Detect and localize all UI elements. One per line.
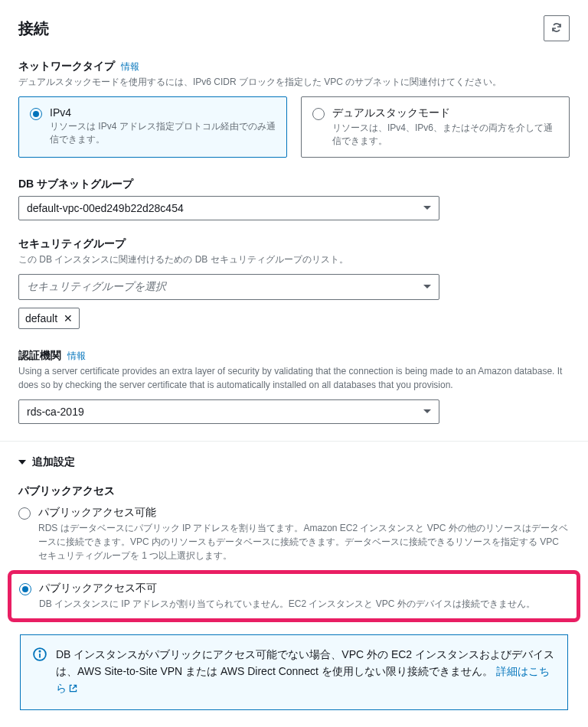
security-group-label: セキュリティグループ xyxy=(18,237,126,251)
option-desc: リソースは、IPv4、IPv6、またはその両方を介して通信できます。 xyxy=(332,122,558,148)
radio-icon xyxy=(312,108,325,120)
network-type-option-ipv4[interactable]: IPv4 リソースは IPv4 アドレス指定プロトコル経由でのみ通信できます。 xyxy=(18,96,287,158)
chevron-down-icon xyxy=(423,285,431,289)
additional-settings-toggle[interactable]: 追加設定 xyxy=(18,455,570,469)
option-desc: リソースは IPv4 アドレス指定プロトコル経由でのみ通信できます。 xyxy=(50,120,276,146)
option-title: パブリックアクセス不可 xyxy=(39,582,569,595)
public-access-label: パブリックアクセス xyxy=(18,484,115,498)
page-title: 接続 xyxy=(18,18,49,39)
highlighted-option: パブリックアクセス不可 DB インスタンスに IP アドレスが割り当てられていま… xyxy=(8,570,580,622)
public-access-option-yes[interactable]: パブリックアクセス可能 RDS はデータベースにパブリック IP アドレスを割り… xyxy=(18,503,570,570)
chevron-down-icon xyxy=(18,460,26,465)
additional-settings-title: 追加設定 xyxy=(32,455,75,469)
network-type-label: ネットワークタイプ xyxy=(18,60,115,73)
security-group-placeholder: セキュリティグループを選択 xyxy=(27,280,166,294)
external-link-icon xyxy=(68,681,78,698)
ca-info-link[interactable]: 情報 xyxy=(67,350,86,363)
alert-text: DB インスタンスがパブリックにアクセス可能でない場合、VPC 外の EC2 イ… xyxy=(56,648,554,677)
chevron-down-icon xyxy=(423,409,431,413)
section-divider xyxy=(0,441,588,442)
svg-point-2 xyxy=(39,650,40,651)
chevron-down-icon xyxy=(423,206,431,210)
close-icon[interactable]: ✕ xyxy=(64,313,73,324)
subnet-group-label: DB サブネットグループ xyxy=(18,178,133,191)
option-title: パブリックアクセス可能 xyxy=(38,506,570,520)
radio-icon xyxy=(19,583,31,595)
ca-help: Using a server certificate provides an e… xyxy=(18,364,570,392)
public-access-info-alert: DB インスタンスがパブリックにアクセス可能でない場合、VPC 外の EC2 イ… xyxy=(20,634,568,710)
subnet-group-value: default-vpc-00ed249b22d28c454 xyxy=(27,202,184,214)
ca-select[interactable]: rds-ca-2019 xyxy=(18,399,439,424)
refresh-button[interactable] xyxy=(544,15,570,41)
info-icon xyxy=(33,647,47,661)
option-title: IPv4 xyxy=(50,106,276,119)
option-desc: RDS はデータベースにパブリック IP アドレスを割り当てます。Amazon … xyxy=(38,521,570,562)
refresh-icon xyxy=(550,21,563,36)
subnet-group-select[interactable]: default-vpc-00ed249b22d28c454 xyxy=(18,196,439,220)
network-type-option-dualstack[interactable]: デュアルスタックモード リソースは、IPv4、IPv6、またはその両方を介して通… xyxy=(301,96,570,158)
security-group-select[interactable]: セキュリティグループを選択 xyxy=(18,274,439,300)
security-group-chip-default[interactable]: default ✕ xyxy=(18,308,80,329)
option-desc: DB インスタンスに IP アドレスが割り当てられていません。EC2 インスタン… xyxy=(39,597,569,611)
chip-label: default xyxy=(25,312,57,324)
network-type-info-link[interactable]: 情報 xyxy=(121,60,139,73)
radio-icon xyxy=(18,507,31,520)
security-group-help: この DB インスタンスに関連付けるための DB セキュリティグループのリスト。 xyxy=(18,253,570,266)
public-access-option-no[interactable]: パブリックアクセス不可 DB インスタンスに IP アドレスが割り当てられていま… xyxy=(19,579,569,611)
option-title: デュアルスタックモード xyxy=(332,106,558,120)
ca-value: rds-ca-2019 xyxy=(27,406,84,418)
radio-icon xyxy=(30,108,42,120)
ca-label: 認証機関 xyxy=(18,349,61,363)
network-type-help: デュアルスタックモードを使用するには、IPv6 CIDR ブロックを指定した V… xyxy=(18,75,570,89)
